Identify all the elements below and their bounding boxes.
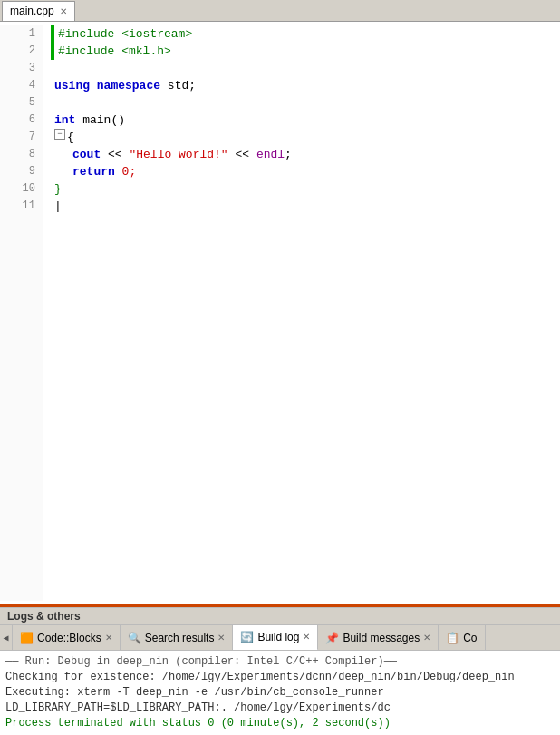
logs-section: Logs & others ◀ 🟧 Code::Blocks ✕ 🔍 Searc… bbox=[0, 607, 560, 735]
bottom-tab-nav-left[interactable]: ◀ bbox=[0, 625, 13, 651]
search-icon: 🔍 bbox=[128, 632, 141, 644]
code-content: 1 2 3 4 5 6 7 8 9 10 11 #include <iostre… bbox=[0, 22, 560, 604]
tab-buildlog[interactable]: 🔄 Build log ✕ bbox=[233, 625, 318, 651]
code-token: << bbox=[228, 146, 256, 163]
log-separator: —— Run: Debug in deep_nin (compiler: Int… bbox=[5, 654, 555, 670]
tab-buildmsg[interactable]: 📌 Build messages ✕ bbox=[318, 625, 439, 651]
log-line-3: Process terminated with status 0 (0 minu… bbox=[5, 716, 555, 731]
code-token: 0; bbox=[115, 163, 136, 180]
buildmsg-icon: 📌 bbox=[325, 632, 339, 644]
log-line-2: Executing: xterm -T deep_nin -e /usr/bin… bbox=[5, 685, 555, 716]
code-token: << bbox=[101, 146, 129, 163]
log-output: —— Run: Debug in deep_nin (compiler: Int… bbox=[0, 651, 560, 735]
tab-codeblocks-close[interactable]: ✕ bbox=[105, 633, 112, 643]
line-num-1: 1 bbox=[7, 25, 35, 43]
editor-tab-main-cpp[interactable]: main.cpp ✕ bbox=[2, 1, 75, 21]
code-token: "Hello world!" bbox=[129, 146, 227, 163]
code-token: { bbox=[67, 129, 74, 146]
editor-area: 1 2 3 4 5 6 7 8 9 10 11 #include <iostre… bbox=[0, 22, 560, 607]
code-token: cout bbox=[72, 146, 101, 163]
line-num-5: 5 bbox=[7, 94, 35, 111]
code-token: #include <mkl.h> bbox=[58, 43, 171, 60]
tab-codeblocks-label: Code::Blocks bbox=[37, 632, 101, 644]
code-line-10: } bbox=[51, 180, 553, 198]
tab-co-label: Co bbox=[463, 632, 477, 644]
code-line-6: int main() bbox=[51, 111, 553, 129]
tab-search-label: Search results bbox=[145, 632, 215, 644]
line-num-8: 8 bbox=[7, 146, 35, 163]
line-num-6: 6 bbox=[7, 111, 35, 129]
fold-marker[interactable]: − bbox=[54, 129, 65, 140]
tab-codeblocks[interactable]: 🟧 Code::Blocks ✕ bbox=[13, 625, 121, 651]
tab-filename: main.cpp bbox=[10, 5, 54, 17]
tab-buildlog-label: Build log bbox=[257, 631, 299, 643]
code-line-1: #include <iostream> bbox=[51, 25, 553, 43]
code-token: ; bbox=[188, 77, 196, 94]
code-line-5 bbox=[51, 94, 553, 111]
code-token: int bbox=[54, 111, 75, 129]
logs-header: Logs & others bbox=[0, 608, 560, 625]
co-icon: 📋 bbox=[446, 632, 459, 644]
green-bar-2 bbox=[51, 43, 54, 60]
tab-co[interactable]: 📋 Co bbox=[439, 625, 485, 651]
tab-buildmsg-close[interactable]: ✕ bbox=[423, 633, 430, 643]
code-line-9: return 0; bbox=[51, 163, 553, 180]
tab-search[interactable]: 🔍 Search results ✕ bbox=[121, 625, 234, 651]
line-num-7: 7 bbox=[7, 129, 35, 146]
buildlog-icon: 🔄 bbox=[240, 631, 254, 643]
code-lines: #include <iostream> #include <mkl.h> usi… bbox=[43, 25, 560, 601]
tab-buildlog-close[interactable]: ✕ bbox=[303, 632, 310, 642]
code-token: ; bbox=[285, 146, 292, 163]
code-line-7: − { bbox=[51, 129, 553, 146]
code-line-4: using namespace std ; bbox=[51, 77, 553, 94]
tab-close-icon[interactable]: ✕ bbox=[60, 6, 67, 16]
line-num-4: 4 bbox=[7, 77, 35, 94]
codeblocks-icon: 🟧 bbox=[20, 632, 34, 644]
code-token: using namespace bbox=[54, 77, 168, 94]
tab-search-close[interactable]: ✕ bbox=[217, 633, 225, 643]
line-num-11: 11 bbox=[7, 198, 35, 215]
editor-tab-bar: main.cpp ✕ bbox=[0, 0, 560, 22]
line-num-10: 10 bbox=[7, 180, 35, 198]
green-bar-1 bbox=[51, 25, 54, 43]
code-token: #include <iostream> bbox=[58, 25, 192, 43]
code-token: return bbox=[72, 163, 115, 180]
code-line-8: cout << "Hello world!" << endl ; bbox=[51, 146, 553, 163]
code-token: endl bbox=[256, 146, 285, 163]
code-line-2: #include <mkl.h> bbox=[51, 43, 553, 60]
code-token: main() bbox=[75, 111, 125, 129]
tab-buildmsg-label: Build messages bbox=[343, 632, 420, 644]
line-num-3: 3 bbox=[7, 60, 35, 77]
line-num-2: 2 bbox=[7, 43, 35, 60]
line-numbers: 1 2 3 4 5 6 7 8 9 10 11 bbox=[0, 25, 43, 601]
line-num-9: 9 bbox=[7, 163, 35, 180]
code-token: } bbox=[54, 180, 62, 198]
code-token: std bbox=[168, 77, 188, 94]
bottom-tab-bar: ◀ 🟧 Code::Blocks ✕ 🔍 Search results ✕ 🔄 … bbox=[0, 625, 560, 651]
code-line-3 bbox=[51, 60, 553, 77]
code-token: | bbox=[54, 198, 62, 215]
log-line-1: Checking for existence: /home/lgy/Experi… bbox=[5, 670, 555, 685]
code-line-11: | bbox=[51, 198, 553, 215]
